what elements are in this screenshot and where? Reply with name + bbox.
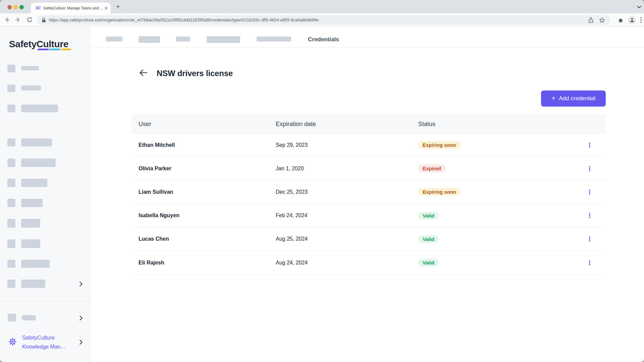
sidebar-skeleton-icon bbox=[7, 219, 15, 228]
share-icon[interactable] bbox=[588, 17, 593, 23]
safetyculture-favicon: SC bbox=[36, 6, 41, 10]
sidebar-skeleton-bar bbox=[21, 239, 40, 248]
url-text: https://app.safetyculture.com/organisati… bbox=[49, 18, 588, 22]
status-badge: Expiring soon bbox=[418, 188, 461, 196]
sidebar-skeleton-icon bbox=[7, 260, 15, 268]
browser-toolbar: https://app.safetyculture.com/organisati… bbox=[0, 13, 644, 26]
browser-menu-icon[interactable] bbox=[640, 17, 642, 23]
nav-skeleton bbox=[139, 36, 160, 43]
table-row[interactable]: Olivia Parker Jan 1, 2020 Expired bbox=[131, 157, 606, 180]
page-title: NSW drivers license bbox=[157, 69, 233, 78]
chevron-right-icon[interactable] bbox=[79, 281, 83, 287]
tab-close-icon[interactable]: ✕ bbox=[104, 6, 108, 11]
sidebar-skeleton-bar bbox=[21, 219, 40, 228]
status-badge: Valid bbox=[418, 259, 439, 266]
reload-icon[interactable] bbox=[26, 17, 33, 23]
bookmark-star-icon[interactable] bbox=[599, 17, 605, 23]
knowledge-base-link[interactable]: SafetyCulture Knowledge Man... bbox=[22, 333, 65, 351]
sidebar-skeleton-bar bbox=[21, 199, 43, 207]
sidebar-skeleton-icon bbox=[7, 199, 15, 207]
status-badge: Expiring soon bbox=[418, 141, 461, 149]
sidebar: SafetyCulture bbox=[0, 26, 91, 362]
column-header-status: Status bbox=[418, 121, 574, 128]
sidebar-skeleton-bar bbox=[21, 66, 39, 70]
sidebar-skeleton-bar bbox=[21, 138, 52, 146]
sidebar-divider bbox=[8, 125, 80, 125]
row-menu-button[interactable] bbox=[574, 144, 606, 146]
sidebar-skeleton-icon bbox=[7, 84, 15, 92]
table-row[interactable]: Lucas Chen Aug 25, 2024 Valid bbox=[131, 228, 606, 251]
user-name: Lucas Chen bbox=[131, 236, 276, 242]
column-header-expiration: Expiration date bbox=[276, 121, 418, 128]
nav-skeleton bbox=[257, 37, 291, 42]
row-menu-button[interactable] bbox=[574, 215, 606, 216]
profile-avatar[interactable] bbox=[628, 16, 636, 24]
user-name: Isabella Nguyen bbox=[131, 213, 276, 219]
nav-skeleton bbox=[207, 36, 240, 43]
row-menu-button[interactable] bbox=[574, 168, 606, 169]
safetyculture-logo: SafetyCulture bbox=[9, 39, 68, 50]
expiration-date: Sep 29, 2023 bbox=[276, 142, 418, 148]
user-name: Olivia Parker bbox=[131, 166, 276, 172]
chevron-right-icon[interactable] bbox=[79, 340, 83, 345]
sidebar-skeleton-icon bbox=[7, 179, 15, 187]
table-row[interactable]: Isabella Nguyen Feb 24, 2024 Valid bbox=[131, 204, 606, 228]
expiration-date: Aug 24, 2024 bbox=[276, 260, 418, 266]
chevron-down-icon[interactable] bbox=[637, 6, 641, 9]
plus-icon: + bbox=[551, 95, 555, 102]
close-window-button[interactable] bbox=[7, 5, 12, 9]
table-header: User Expiration date Status bbox=[131, 115, 606, 133]
sidebar-skeleton-bar bbox=[21, 85, 41, 90]
browser-window: SC SafetyCulture: Manage Teams and ... ✕… bbox=[0, 0, 644, 362]
kebab-icon bbox=[589, 168, 590, 169]
address-bar[interactable]: https://app.safetyculture.com/organisati… bbox=[37, 15, 610, 25]
status-badge: Expired bbox=[418, 165, 445, 172]
user-name: Ethan Mitchell bbox=[131, 142, 276, 148]
table-row[interactable]: Eli Rajesh Aug 24, 2024 Valid bbox=[131, 251, 606, 275]
sidebar-skeleton-icon bbox=[7, 65, 15, 72]
chevron-right-icon[interactable] bbox=[79, 315, 83, 321]
expiration-date: Jan 1, 2020 bbox=[276, 166, 418, 172]
table-row[interactable]: Ethan Mitchell Sep 29, 2023 Expiring soo… bbox=[131, 133, 606, 157]
sidebar-skeleton-bar bbox=[22, 315, 36, 320]
browser-tab[interactable]: SC SafetyCulture: Manage Teams and ... ✕ bbox=[31, 3, 111, 13]
expiration-date: Dec 25, 2023 bbox=[276, 189, 418, 195]
sidebar-skeleton-icon bbox=[7, 105, 15, 112]
column-header-user: User bbox=[131, 121, 276, 128]
forward-icon[interactable] bbox=[15, 17, 21, 23]
nav-skeleton bbox=[176, 37, 190, 42]
sidebar-skeleton-bar bbox=[21, 280, 45, 288]
new-tab-button[interactable]: + bbox=[116, 4, 120, 9]
back-arrow-icon[interactable] bbox=[139, 69, 148, 76]
user-name: Liam Sullivan bbox=[131, 189, 276, 195]
credentials-table: User Expiration date Status Ethan Mitche… bbox=[131, 115, 606, 275]
main-content: Credentials NSW drivers license + Add cr… bbox=[91, 26, 644, 362]
user-name: Eli Rajesh bbox=[131, 260, 276, 266]
sidebar-skeleton-icon bbox=[8, 314, 16, 321]
table-row[interactable]: Liam Sullivan Dec 25, 2023 Expiring soon bbox=[131, 180, 606, 204]
kebab-icon bbox=[589, 262, 590, 263]
tab-bar: SC SafetyCulture: Manage Teams and ... ✕… bbox=[0, 0, 644, 13]
tab-credentials[interactable]: Credentials bbox=[308, 36, 339, 43]
minimize-window-button[interactable] bbox=[13, 5, 18, 9]
gear-icon[interactable] bbox=[8, 338, 17, 346]
top-nav: Credentials bbox=[91, 26, 644, 48]
row-menu-button[interactable] bbox=[574, 262, 606, 263]
status-badge: Valid bbox=[418, 235, 439, 243]
kebab-icon bbox=[589, 191, 590, 193]
add-credential-button[interactable]: + Add credential bbox=[541, 90, 606, 107]
sidebar-skeleton-bar bbox=[21, 159, 56, 167]
expiration-date: Aug 25, 2024 bbox=[276, 236, 418, 242]
kebab-icon bbox=[589, 215, 590, 216]
row-menu-button[interactable] bbox=[574, 191, 606, 193]
sidebar-skeleton-bar bbox=[21, 105, 58, 112]
tab-title: SafetyCulture: Manage Teams and ... bbox=[43, 6, 103, 10]
status-badge: Valid bbox=[418, 212, 439, 220]
maximize-window-button[interactable] bbox=[19, 5, 24, 9]
sidebar-skeleton-icon bbox=[7, 138, 15, 146]
lock-icon bbox=[42, 17, 46, 23]
sidebar-skeleton-icon bbox=[7, 239, 15, 248]
back-icon[interactable] bbox=[4, 17, 10, 23]
row-menu-button[interactable] bbox=[574, 238, 606, 240]
extensions-puzzle-icon[interactable] bbox=[618, 17, 624, 23]
